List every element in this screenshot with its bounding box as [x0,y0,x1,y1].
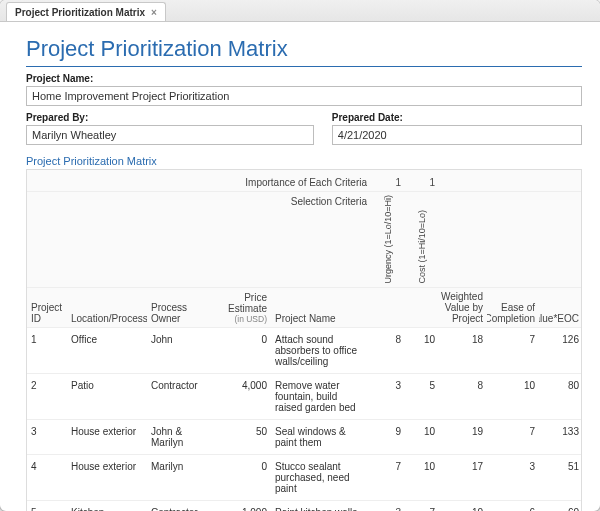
cell-urgency: 8 [371,328,405,351]
cell-cost: 10 [405,455,439,478]
cell-location: Office [67,328,147,351]
cell-weighted: 19 [439,420,487,443]
blank-cell [371,288,405,327]
cell-value-eoc: 60 [539,501,583,511]
col-project-id: Project ID [27,288,67,327]
project-name-label: Project Name: [26,73,582,84]
cell-project-id: 5 [27,501,67,511]
cell-project-name: Stucco sealant purchased, need paint [271,455,371,500]
cell-location: Kitchen [67,501,147,511]
cell-weighted: 17 [439,455,487,478]
cell-ease: 3 [487,455,539,478]
cell-owner: Marilyn [147,455,213,478]
cell-urgency: 3 [371,501,405,511]
prioritization-matrix-table: Importance of Each Criteria 1 1 Selectio… [26,169,582,511]
cell-price: 4,000 [213,374,271,397]
prepared-date-input[interactable] [332,125,582,145]
importance-col2: 1 [405,170,439,191]
cell-price: 1,000 [213,501,271,511]
blank-cell [405,288,439,327]
col-location: Location/Process [67,288,147,327]
col-price: Price Estimate (in USD) [213,288,271,327]
cell-cost: 5 [405,374,439,397]
cell-value-eoc: 133 [539,420,583,443]
col-value-eoc: Value*EOC [539,288,583,327]
selection-criteria-row: Selection Criteria Urgency (1=Lo/10=Hi) … [27,192,581,288]
cell-urgency: 3 [371,374,405,397]
cell-ease: 10 [487,374,539,397]
document-tab[interactable]: Project Prioritization Matrix × [6,2,166,21]
col-ease: Ease of Completion [487,288,539,327]
cell-owner: John [147,328,213,351]
cell-project-id: 2 [27,374,67,397]
cell-owner: Contractor [147,501,213,511]
cell-weighted: 8 [439,374,487,397]
cell-weighted: 10 [439,501,487,511]
blank-cell [539,170,583,191]
tab-label: Project Prioritization Matrix [15,7,145,18]
cell-weighted: 18 [439,328,487,351]
document-body: Project Prioritization Matrix Project Na… [0,22,600,511]
project-name-field-group: Project Name: [26,73,582,106]
col-weighted: Weighted Value by Project [439,288,487,327]
app-window: Project Prioritization Matrix × Project … [0,0,600,511]
cell-ease: 6 [487,501,539,511]
page-title: Project Prioritization Matrix [26,36,582,67]
cell-location: Patio [67,374,147,397]
cell-project-name: Seal windows & paint them [271,420,371,454]
cell-price: 50 [213,420,271,443]
table-row: 2PatioContractor4,000Remove water founta… [27,374,581,420]
cell-project-name: Remove water fountain, build raised gard… [271,374,371,419]
selection-criteria-label: Selection Criteria [27,192,371,287]
cell-cost: 10 [405,328,439,351]
cell-owner: Contractor [147,374,213,397]
cell-location: House exterior [67,455,147,478]
blank-cell [487,170,539,191]
blank-cell [487,192,539,287]
col-project-name: Project Name [271,288,371,327]
cell-cost: 7 [405,501,439,511]
tab-strip: Project Prioritization Matrix × [0,0,600,22]
prepared-date-label: Prepared Date: [332,112,582,123]
cell-owner: John & Marilyn [147,420,213,454]
cell-urgency: 9 [371,420,405,443]
cell-project-name: Paint kitchen walls- ceilings too high f… [271,501,371,511]
blank-cell [439,192,487,287]
cell-ease: 7 [487,420,539,443]
close-icon[interactable]: × [151,7,157,18]
col-owner: Process Owner [147,288,213,327]
importance-row: Importance of Each Criteria 1 1 [27,170,581,192]
cell-price: 0 [213,328,271,351]
cell-price: 0 [213,455,271,478]
cell-project-id: 3 [27,420,67,443]
table-row: 5KitchenContractor1,000Paint kitchen wal… [27,501,581,511]
cell-value-eoc: 126 [539,328,583,351]
importance-col1: 1 [371,170,405,191]
cell-project-id: 4 [27,455,67,478]
prepared-by-input[interactable] [26,125,314,145]
blank-cell [539,192,583,287]
cell-project-name: Attach sound absorbers to office walls/c… [271,328,371,373]
table-row: 1OfficeJohn0Attach sound absorbers to of… [27,328,581,374]
project-name-input[interactable] [26,86,582,106]
section-subheading[interactable]: Project Prioritization Matrix [26,155,582,167]
prepared-by-field-group: Prepared By: [26,112,314,145]
table-row: 4House exteriorMarilyn0Stucco sealant pu… [27,455,581,501]
cell-value-eoc: 80 [539,374,583,397]
cost-col-label: Cost (1=Hi/10=Lo) [405,192,439,287]
cell-ease: 7 [487,328,539,351]
prepared-date-field-group: Prepared Date: [332,112,582,145]
urgency-col-label: Urgency (1=Lo/10=Hi) [371,192,405,287]
cell-cost: 10 [405,420,439,443]
cell-project-id: 1 [27,328,67,351]
column-header-row: Project ID Location/Process Process Owne… [27,288,581,328]
importance-label: Importance of Each Criteria [27,170,371,191]
cell-location: House exterior [67,420,147,443]
table-row: 3House exteriorJohn & Marilyn50Seal wind… [27,420,581,455]
cell-value-eoc: 51 [539,455,583,478]
blank-cell [439,170,487,191]
prepared-by-label: Prepared By: [26,112,314,123]
cell-urgency: 7 [371,455,405,478]
